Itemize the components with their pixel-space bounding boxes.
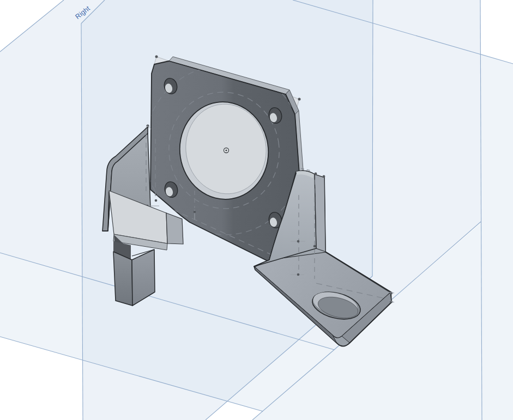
- cad-viewport[interactable]: Right: [0, 0, 513, 420]
- origin-point-marker[interactable]: [224, 148, 229, 153]
- 3d-scene[interactable]: [0, 0, 513, 420]
- leg-front-face[interactable]: [113, 252, 132, 306]
